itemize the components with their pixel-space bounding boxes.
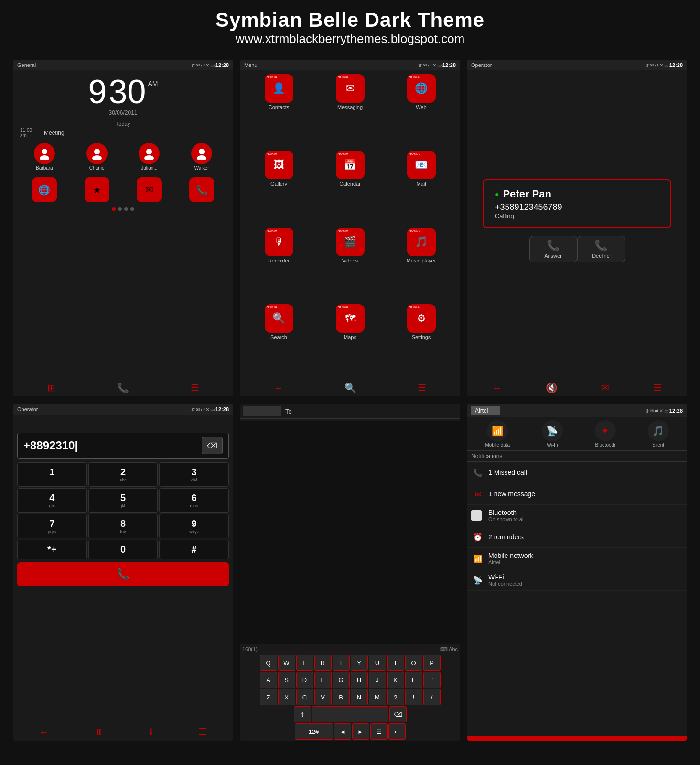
back-icon-3[interactable]: ← bbox=[492, 382, 502, 393]
key-E[interactable]: E bbox=[296, 655, 313, 671]
dial-key-3[interactable]: 3 def bbox=[159, 462, 229, 487]
notif-mobile-network[interactable]: 📶 Mobile network Airtel bbox=[467, 548, 687, 569]
dial-key-4[interactable]: 4 ghi bbox=[17, 488, 87, 513]
key-R[interactable]: R bbox=[314, 655, 332, 671]
key-F[interactable]: F bbox=[314, 672, 332, 688]
key-Z[interactable]: Z bbox=[260, 689, 277, 705]
key-U[interactable]: U bbox=[369, 655, 386, 671]
key-W[interactable]: W bbox=[278, 655, 295, 671]
key-123[interactable]: 12# bbox=[295, 723, 333, 740]
key-C[interactable]: C bbox=[296, 689, 313, 705]
notif-reminders[interactable]: ⏰ 2 reminders bbox=[467, 526, 687, 548]
key-prev[interactable]: ◄ bbox=[334, 723, 351, 740]
pause-icon[interactable]: ⏸ bbox=[94, 727, 104, 738]
key-M[interactable]: M bbox=[369, 689, 386, 705]
app-icon-msg[interactable]: ✉ bbox=[137, 177, 162, 202]
message-body[interactable] bbox=[240, 421, 460, 644]
key-P[interactable]: P bbox=[423, 655, 441, 671]
back-icon-4[interactable]: ← bbox=[39, 727, 49, 738]
decline-button[interactable]: 📞 Decline bbox=[577, 236, 625, 262]
menu-messaging[interactable]: NOKIA✉ Messaging bbox=[315, 72, 385, 147]
notif-bluetooth[interactable]: Bluetooth On,shown to all bbox=[467, 505, 687, 526]
key-Y[interactable]: Y bbox=[351, 655, 368, 671]
grid-icon[interactable]: ⊞ bbox=[47, 382, 55, 393]
key-options[interactable]: ☰ bbox=[370, 723, 388, 740]
dial-key-hash[interactable]: # bbox=[159, 540, 229, 559]
dial-key-2[interactable]: 2 abc bbox=[88, 462, 158, 487]
contact-julian[interactable]: Julian... bbox=[139, 143, 160, 171]
menu-music[interactable]: NOKIA🎵 Music player bbox=[387, 226, 456, 300]
quick-bluetooth[interactable]: ✦ Bluetooth bbox=[595, 420, 616, 448]
to-input-box[interactable] bbox=[243, 406, 281, 416]
app-icon-web[interactable]: 🌐 bbox=[32, 177, 57, 202]
app-icon-star[interactable]: ★ bbox=[85, 177, 109, 202]
key-T[interactable]: T bbox=[333, 655, 350, 671]
key-S[interactable]: S bbox=[278, 672, 295, 688]
menu-calendar[interactable]: NOKIA📅 Calendar bbox=[315, 149, 385, 223]
key-N[interactable]: N bbox=[351, 689, 368, 705]
notif-missed-call[interactable]: 📞 1 Missed call bbox=[467, 462, 687, 483]
search-icon-2[interactable]: 🔍 bbox=[345, 382, 356, 393]
menu-icon-3[interactable]: ☰ bbox=[653, 382, 662, 393]
menu-gallery[interactable]: NOKIA🖼 Gallery bbox=[244, 149, 313, 223]
dial-call-button[interactable]: 📞 bbox=[17, 562, 229, 586]
menu-search[interactable]: NOKIA🔍 Search bbox=[244, 302, 313, 377]
menu-settings[interactable]: NOKIA⚙ Settings bbox=[387, 302, 456, 377]
key-space[interactable] bbox=[312, 706, 388, 722]
notif-wifi[interactable]: 📡 Wi-Fi Not connected bbox=[467, 569, 687, 591]
key-enter[interactable]: ↵ bbox=[388, 723, 406, 740]
key-G[interactable]: G bbox=[333, 672, 350, 688]
menu-contacts[interactable]: NOKIA👤 Contacts bbox=[244, 72, 313, 147]
menu-mail[interactable]: NOKIA📧 Mail bbox=[387, 149, 456, 223]
dial-key-8[interactable]: 8 tuv bbox=[88, 514, 158, 538]
menu-web[interactable]: NOKIA🌐 Web bbox=[387, 72, 456, 147]
quick-mobile-data[interactable]: 📶 Mobile data bbox=[485, 420, 510, 448]
dial-key-star[interactable]: *+ bbox=[17, 540, 87, 559]
key-J[interactable]: J bbox=[369, 672, 386, 688]
key-exclaim[interactable]: ! bbox=[405, 689, 422, 705]
dial-key-7[interactable]: 7 pqrs bbox=[17, 514, 87, 538]
key-backspace[interactable]: ⌫ bbox=[389, 706, 407, 722]
menu-icon-2[interactable]: ☰ bbox=[418, 382, 426, 393]
mute-icon[interactable]: 🔇 bbox=[546, 382, 558, 393]
answer-button[interactable]: 📞 Answer bbox=[529, 236, 577, 262]
back-icon-2[interactable]: ← bbox=[274, 382, 283, 393]
key-B[interactable]: B bbox=[333, 689, 350, 705]
key-shift[interactable]: ⇧ bbox=[294, 706, 311, 722]
key-O[interactable]: O bbox=[405, 655, 422, 671]
quick-wifi[interactable]: 📡 Wi-Fi bbox=[542, 420, 563, 448]
msg-icon-3[interactable]: ✉ bbox=[601, 382, 609, 393]
key-quote[interactable]: " bbox=[423, 672, 441, 688]
key-Q[interactable]: Q bbox=[260, 655, 277, 671]
key-slash[interactable]: / bbox=[423, 689, 441, 705]
menu-recorder[interactable]: NOKIA🎙 Recorder bbox=[244, 226, 313, 300]
notif-new-message[interactable]: ✉ 1 new message bbox=[467, 483, 687, 505]
menu-icon-4[interactable]: ☰ bbox=[198, 726, 207, 738]
app-icon-phone[interactable]: 📞 bbox=[189, 177, 214, 202]
dial-key-0[interactable]: 0 bbox=[88, 540, 158, 559]
backspace-button[interactable]: ⌫ bbox=[202, 437, 223, 454]
quick-silent[interactable]: 🎵 Silent bbox=[648, 420, 669, 448]
key-H[interactable]: H bbox=[351, 672, 368, 688]
dial-key-5[interactable]: 5 jkl bbox=[88, 488, 158, 513]
contact-walker[interactable]: Walker bbox=[191, 143, 212, 171]
dial-key-1[interactable]: 1 bbox=[17, 462, 87, 487]
key-next[interactable]: ► bbox=[352, 723, 369, 740]
menu-videos[interactable]: NOKIA🎬 Videos bbox=[315, 226, 385, 300]
key-D[interactable]: D bbox=[296, 672, 313, 688]
menu-maps[interactable]: NOKIA🗺 Maps bbox=[315, 302, 385, 377]
info-icon[interactable]: ℹ bbox=[149, 726, 153, 738]
dial-key-6[interactable]: 6 mno bbox=[159, 488, 229, 513]
key-question[interactable]: ? bbox=[387, 689, 404, 705]
contact-barbara[interactable]: Barbara bbox=[34, 143, 55, 171]
key-K[interactable]: K bbox=[387, 672, 404, 688]
key-L[interactable]: L bbox=[405, 672, 422, 688]
key-I[interactable]: I bbox=[387, 655, 404, 671]
dial-key-9[interactable]: 9 wxyz bbox=[159, 514, 229, 538]
menu-icon[interactable]: ☰ bbox=[191, 382, 199, 393]
key-X[interactable]: X bbox=[278, 689, 295, 705]
key-A[interactable]: A bbox=[260, 672, 277, 688]
contact-charlie[interactable]: Charlie bbox=[86, 143, 108, 171]
key-V[interactable]: V bbox=[314, 689, 332, 705]
call-icon[interactable]: 📞 bbox=[117, 382, 129, 393]
